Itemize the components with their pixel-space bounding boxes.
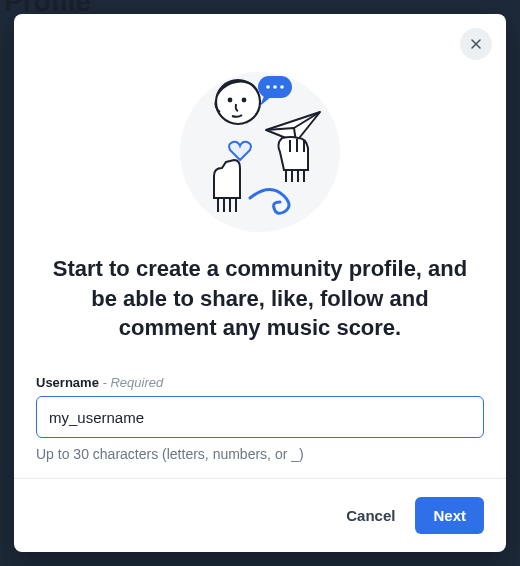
cancel-button[interactable]: Cancel [340, 499, 401, 532]
profile-illustration [180, 72, 340, 232]
close-icon [468, 36, 484, 52]
create-profile-dialog: Start to create a community profile, and… [14, 14, 506, 552]
svg-point-7 [273, 85, 277, 89]
username-label: Username [36, 375, 99, 390]
username-helper-text: Up to 30 characters (letters, numbers, o… [36, 446, 484, 462]
close-button[interactable] [460, 28, 492, 60]
username-field: Username - Required Up to 30 characters … [36, 375, 484, 462]
svg-point-4 [242, 98, 247, 103]
dialog-body: Start to create a community profile, and… [14, 14, 506, 478]
next-button[interactable]: Next [415, 497, 484, 534]
dialog-footer: Cancel Next [14, 478, 506, 552]
username-required-text: - Required [103, 375, 164, 390]
dialog-heading: Start to create a community profile, and… [36, 254, 484, 343]
svg-point-6 [266, 85, 270, 89]
username-label-row: Username - Required [36, 375, 484, 390]
username-input[interactable] [36, 396, 484, 438]
svg-point-3 [228, 98, 233, 103]
svg-point-8 [280, 85, 284, 89]
